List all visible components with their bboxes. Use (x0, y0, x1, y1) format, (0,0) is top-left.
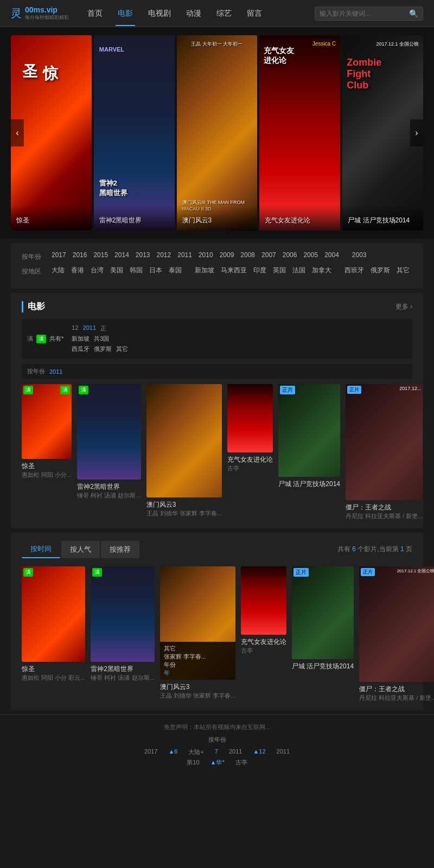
banner-poster-4[interactable]: 充气女友进化论 Jessica C 充气女友进化论 (259, 35, 340, 231)
region-th[interactable]: 泰国 (169, 266, 182, 276)
year-2014[interactable]: 2014 (114, 251, 129, 261)
badge-date-6: 2017.12... (399, 386, 421, 391)
footer-region-1[interactable]: 大陆+ (188, 748, 203, 756)
region-in[interactable]: 印度 (253, 266, 266, 276)
tabs-count: 共有 6 个影片,当前第 1 页 (337, 545, 412, 554)
movies-section-header: 电影 更多 › (22, 301, 412, 312)
movie-meta-1: 惠如松 阿阳 小分... (22, 471, 72, 479)
year-2005[interactable]: 2005 (303, 251, 318, 261)
movie-meta-3: 王晶 刘德华 张家辉 李字春... (146, 509, 222, 518)
region-jp[interactable]: 日本 (149, 266, 162, 276)
tab-by-recommend[interactable]: 按推荐 (101, 541, 139, 558)
logo[interactable]: 灵 00ms.vip 每分每秒都精彩精彩 (11, 5, 69, 22)
year-2009[interactable]: 2009 (220, 251, 234, 261)
year-2015[interactable]: 2015 (93, 251, 108, 261)
movie-card-4[interactable]: 充气女友进化论 古亭 (227, 384, 273, 520)
footer-val-2: 7 (215, 748, 218, 756)
filter-section: 按年份 2017 2016 2015 2014 2013 2012 2011 2… (11, 243, 423, 289)
filter-region-2: 西瓜牙 俄罗斯 其它 (72, 345, 407, 353)
tab-by-popularity[interactable]: 按人气 (61, 541, 100, 558)
region-hk[interactable]: 香港 (71, 266, 84, 276)
year-2012[interactable]: 2012 (157, 251, 171, 261)
tab-movie-4[interactable]: 充气女友进化论 古亭 (241, 566, 286, 703)
year-2016[interactable]: 2016 (73, 251, 87, 261)
year-2003[interactable]: 2003 (352, 251, 367, 261)
badge-5: 正片 (280, 386, 295, 394)
region-us[interactable]: 美国 (110, 266, 123, 276)
region-es[interactable]: 西班牙 (344, 266, 364, 276)
year-filter-tags: 2017 2016 2015 2014 2013 2012 2011 2010 … (52, 251, 367, 261)
year-2006[interactable]: 2006 (283, 251, 297, 261)
movies-section: 电影 更多 › 满 满 共有* 12 2011 正 新加坡 共3国 西瓜牙 俄罗… (11, 293, 423, 528)
tab-movie-1[interactable]: 满 惊圣 惠如松 阿阳 小分 彩云... (22, 566, 85, 703)
nav-variety[interactable]: 综艺 (214, 1, 234, 26)
footer-year-2[interactable]: 2011 (229, 748, 242, 756)
reg-sg2[interactable]: 西瓜牙 (72, 345, 90, 353)
region-ru[interactable]: 俄罗斯 (371, 266, 390, 276)
footer-row-2: 第10 ▲华* 古亭 (187, 758, 247, 767)
region-fr[interactable]: 法国 (292, 266, 305, 276)
movie-thumb-3 (146, 384, 222, 497)
nav-tv[interactable]: 电视剧 (146, 1, 173, 26)
movies-more-link[interactable]: 更多 › (395, 302, 412, 311)
nav-home[interactable]: 首页 (85, 1, 105, 26)
search-button[interactable]: 🔍 (409, 9, 418, 18)
movie-card-2[interactable]: 满 雷神2黑暗世界 锤哥 柯衬 汤浦 赵尔斯... (77, 384, 141, 520)
movie-meta-2: 锤哥 柯衬 汤浦 赵尔斯... (77, 492, 141, 500)
banner-poster-2[interactable]: MARVEL 雷神2黑暗世界 雷神2黑暗世界 (94, 35, 175, 231)
search-input[interactable] (320, 10, 409, 17)
selected-year[interactable]: 2011 (49, 368, 62, 375)
banner-poster-3[interactable]: 王晶 大年初一 大年初一 澳门风云III THE MAN FROM MACAU … (177, 35, 258, 231)
movie-card-3[interactable]: 澳门风云3 王晶 刘德华 张家辉 李字春... (146, 384, 222, 520)
poster-title-1: 惊圣 (16, 216, 86, 225)
tab-movie-5[interactable]: 正片 尸城 活尸竞技场2014 (292, 566, 354, 703)
tab-by-time[interactable]: 按时间 (22, 541, 60, 558)
nav-movie[interactable]: 电影 (116, 1, 135, 26)
tab-movie-6[interactable]: 正片 2017.12.1 全国公映 僵尸：王者之战 丹尼拉 科拉亚夫斯基 / 新… (359, 566, 434, 703)
year-2013[interactable]: 2013 (136, 251, 150, 261)
region-kr[interactable]: 韩国 (130, 266, 143, 276)
movies-grid: 满 满 惊圣 惠如松 阿阳 小分... 满 雷神2黑暗世界 锤哥 柯衬 汤浦 赵… (22, 384, 412, 520)
region-tw[interactable]: 台湾 (91, 266, 104, 276)
filter-year-inline: 12 2011 正 (72, 324, 407, 333)
poster-title-5: 尸城 活尸竞技场2014 (348, 216, 418, 225)
footer-year-3[interactable]: 2011 (277, 748, 290, 756)
year-2007[interactable]: 2007 (261, 251, 276, 261)
nav-message[interactable]: 留言 (245, 1, 264, 26)
reg-other2[interactable]: 其它 (116, 345, 128, 353)
tab-movie-2[interactable]: 满 雷神2黑暗世界 锤哥 柯衬 汤浦 赵尔斯... (91, 566, 154, 703)
carousel-next-button[interactable]: › (410, 119, 423, 146)
carousel-prev-button[interactable]: ‹ (11, 119, 24, 146)
year-2008[interactable]: 2008 (240, 251, 255, 261)
region-filter-tags: 大陆 香港 台湾 美国 韩国 日本 泰国 新加坡 马来西亚 印度 英国 法国 加… (52, 266, 410, 276)
region-my[interactable]: 马来西亚 (221, 266, 247, 276)
footer-filters: 按年份 2017 ▲6 大陆+ 7 2011 ▲12 2011 第10 ▲华* … (11, 736, 423, 775)
reg-ru2[interactable]: 俄罗斯 (94, 345, 112, 353)
nav: 首页 电影 电视剧 动漫 综艺 留言 (85, 1, 315, 26)
region-uk[interactable]: 英国 (273, 266, 286, 276)
year-2011[interactable]: 2011 (177, 251, 192, 261)
tab-meta-3: 王晶 刘德华 张家辉 李字春... (160, 692, 235, 700)
footer-year-1[interactable]: 2017 (144, 748, 157, 756)
reg-sg[interactable]: 新加坡 (72, 335, 90, 343)
nav-anime[interactable]: 动漫 (184, 1, 203, 26)
movie-card-5[interactable]: 正片 尸城 活尸竞技场2014 (278, 384, 340, 520)
movie-card-1[interactable]: 满 满 惊圣 惠如松 阿阳 小分... (22, 384, 72, 520)
region-mainland[interactable]: 大陆 (52, 266, 65, 276)
region-sg[interactable]: 新加坡 (195, 266, 214, 276)
region-ca[interactable]: 加拿大 (312, 266, 331, 276)
year-2004[interactable]: 2004 (324, 251, 339, 261)
year-2017[interactable]: 2017 (52, 251, 66, 261)
tab-movie-3[interactable]: 其它 张家辉 李字春... 年份 年 澳门风云3 王晶 刘德华 张家辉 李字春.… (160, 566, 235, 703)
year-2010[interactable]: 2010 (199, 251, 213, 261)
poster-overlay-1: 惊圣 (11, 205, 92, 231)
badge-1: 满 (23, 386, 33, 394)
movie-meta-4: 古亭 (227, 464, 273, 473)
tab-thumb-3: 其它 张家辉 李字春... 年份 年 (160, 566, 235, 680)
tab-name-1: 惊圣 (22, 665, 85, 674)
movie-card-6[interactable]: 正片 2017.12... 僵尸：王者之战 丹尼拉 科拉亚夫斯基 / 新堡... (346, 384, 423, 520)
region-other[interactable]: 其它 (397, 266, 410, 276)
footer-row-1: 2017 ▲6 大陆+ 7 2011 ▲12 2011 (144, 748, 290, 756)
movie-name-6: 僵尸：王者之战 (346, 503, 423, 512)
poster-overlay-2: 雷神2黑暗世界 (94, 205, 175, 231)
